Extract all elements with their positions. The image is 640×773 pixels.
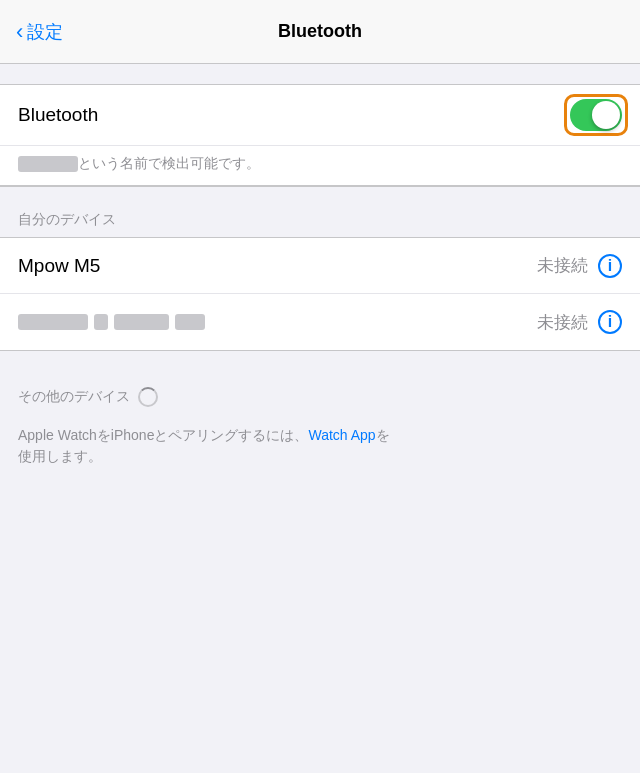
info-icon-mpow[interactable]: i bbox=[598, 254, 622, 278]
page-title: Bluetooth bbox=[278, 21, 362, 42]
device-name-redacted-wrapper bbox=[18, 314, 205, 330]
back-label: 設定 bbox=[27, 20, 63, 44]
bluetooth-subtitle: という名前で検出可能です。 bbox=[18, 155, 260, 171]
device-name-mpow: Mpow M5 bbox=[18, 255, 100, 277]
table-row[interactable]: Mpow M5 未接続 i bbox=[0, 238, 640, 294]
other-devices-section: その他のデバイス Apple WatchをiPhoneとペアリングするには、Wa… bbox=[0, 375, 640, 487]
table-row[interactable]: 未接続 i bbox=[0, 294, 640, 350]
device-row-right: 未接続 i bbox=[537, 254, 622, 278]
my-devices-header: 自分のデバイス bbox=[0, 187, 640, 237]
bluetooth-section: Bluetooth という名前で検出可能です。 bbox=[0, 84, 640, 187]
settings-content: Bluetooth という名前で検出可能です。 自分のデバイス Mpow M5 … bbox=[0, 64, 640, 487]
nav-bar: ‹ 設定 Bluetooth bbox=[0, 0, 640, 64]
apple-watch-note-text: Apple WatchをiPhoneとペアリングするには、Watch Appを使… bbox=[18, 425, 622, 467]
device-status-mpow: 未接続 bbox=[537, 254, 588, 277]
toggle-wrapper bbox=[570, 99, 622, 131]
toggle-knob bbox=[592, 101, 620, 129]
apple-watch-note: Apple WatchをiPhoneとペアリングするには、Watch Appを使… bbox=[0, 415, 640, 487]
loading-spinner-icon bbox=[138, 387, 158, 407]
device-row-right-2: 未接続 i bbox=[537, 310, 622, 334]
info-icon-redacted[interactable]: i bbox=[598, 310, 622, 334]
note-text-before: Apple WatchをiPhoneとペアリングするには、 bbox=[18, 427, 308, 443]
device-status-redacted: 未接続 bbox=[537, 311, 588, 334]
back-button[interactable]: ‹ 設定 bbox=[16, 19, 63, 45]
bluetooth-subtitle-row: という名前で検出可能です。 bbox=[0, 146, 640, 186]
back-chevron-icon: ‹ bbox=[16, 19, 23, 45]
redacted-part1 bbox=[18, 314, 88, 330]
redacted-part4 bbox=[175, 314, 205, 330]
redacted-part2 bbox=[94, 314, 108, 330]
other-devices-header: その他のデバイス bbox=[0, 375, 640, 415]
bluetooth-label: Bluetooth bbox=[18, 104, 98, 126]
other-devices-label: その他のデバイス bbox=[18, 388, 130, 406]
redacted-device-name bbox=[18, 156, 78, 172]
info-symbol: i bbox=[608, 257, 612, 275]
redacted-part3 bbox=[114, 314, 169, 330]
info-symbol-2: i bbox=[608, 313, 612, 331]
bluetooth-row: Bluetooth bbox=[0, 85, 640, 146]
watch-app-link[interactable]: Watch App bbox=[308, 427, 375, 443]
bluetooth-toggle[interactable] bbox=[570, 99, 622, 131]
my-devices-section: Mpow M5 未接続 i 未接続 i bbox=[0, 237, 640, 351]
